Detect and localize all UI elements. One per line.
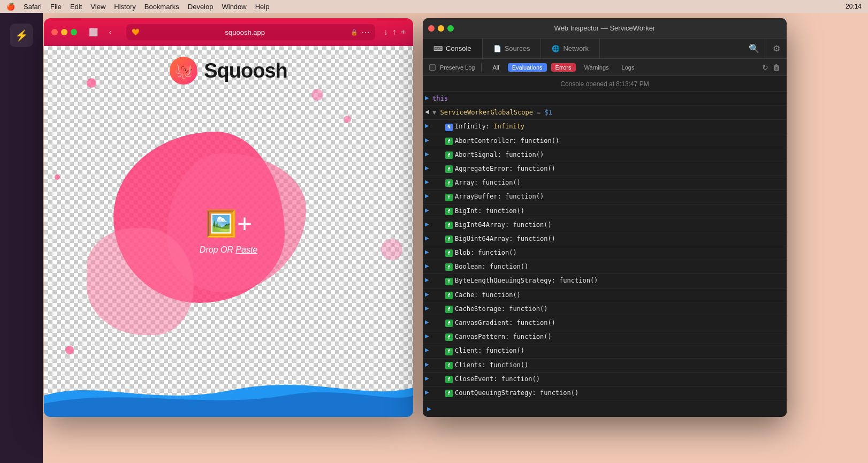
sidebar-toggle-icon[interactable]: ⬜ bbox=[86, 25, 101, 40]
menu-history[interactable]: History bbox=[114, 3, 135, 11]
console-input-field[interactable] bbox=[435, 405, 782, 413]
console-entry-prop[interactable]: ▶fBigInt: function() bbox=[423, 204, 787, 218]
filter-logs-button[interactable]: Logs bbox=[618, 63, 639, 72]
squoosh-header: 🐙 Squoosh bbox=[44, 57, 413, 85]
prop-expand-arrow[interactable]: ▶ bbox=[425, 220, 432, 227]
paste-link[interactable]: Paste bbox=[235, 245, 257, 254]
console-entry-prop[interactable]: ▶fBigInt64Array: function() bbox=[423, 218, 787, 232]
prop-expand-arrow[interactable]: ▶ bbox=[425, 164, 432, 171]
filter-all-button[interactable]: All bbox=[488, 63, 503, 72]
apple-menu[interactable]: 🍎 bbox=[6, 3, 15, 11]
prop-expand-arrow[interactable]: ▶ bbox=[425, 360, 432, 367]
inspector-settings[interactable]: ⚙ bbox=[766, 39, 787, 58]
minimize-button[interactable] bbox=[61, 29, 67, 35]
filter-warnings-button[interactable]: Warnings bbox=[580, 63, 613, 72]
console-entry-prop[interactable]: ▶fByteLengthQueuingStrategy: function() bbox=[423, 274, 787, 288]
console-entry-prop[interactable]: ▶fCanvasGradient: function() bbox=[423, 316, 787, 330]
console-tab-icon: ⌨ bbox=[433, 45, 443, 52]
filter-evaluations-button[interactable]: Evaluations bbox=[508, 63, 547, 72]
console-entry-prop[interactable]: ▶fCacheStorage: function() bbox=[423, 302, 787, 316]
tab-console[interactable]: ⌨ Console bbox=[423, 39, 483, 58]
prop-expand-arrow[interactable]: ▶ bbox=[425, 332, 432, 339]
inspector-maximize[interactable] bbox=[447, 25, 454, 32]
deco-circle-3 bbox=[311, 89, 323, 101]
squoosh-logo: 🐙 bbox=[170, 57, 197, 85]
refresh-icon[interactable]: ↻ bbox=[762, 63, 768, 72]
prop-expand-arrow[interactable]: ▶ bbox=[425, 206, 432, 213]
prop-expand-arrow[interactable]: ▶ bbox=[425, 136, 432, 143]
console-entry-prop[interactable]: ▶NInfinity: Infinity bbox=[423, 120, 787, 134]
prop-expand-arrow[interactable]: ▶ bbox=[425, 192, 432, 199]
console-entry-prop[interactable]: ▶fBlob: function() bbox=[423, 246, 787, 260]
drop-zone[interactable]: 🖼️+ Drop OR Paste bbox=[200, 209, 258, 255]
prop-expand-arrow[interactable]: ▶ bbox=[425, 374, 432, 381]
inspector-minimize[interactable] bbox=[438, 25, 444, 32]
console-output[interactable]: ▶ this ◀ ▼ ServiceWorkerGlobalScope = $1… bbox=[423, 92, 787, 400]
prop-expand-arrow[interactable]: ▶ bbox=[425, 150, 432, 157]
console-entry-prop[interactable]: ▶fAbortSignal: function() bbox=[423, 148, 787, 162]
menu-develop[interactable]: Develop bbox=[188, 3, 214, 11]
download-icon[interactable]: ↓ bbox=[384, 27, 388, 37]
back-icon[interactable]: ‹ bbox=[103, 25, 118, 40]
prop-expand-arrow[interactable]: ▶ bbox=[425, 276, 432, 283]
sidebar-icon-1[interactable]: ⚡ bbox=[10, 24, 33, 47]
console-entry-prop[interactable]: ▶fClient: function() bbox=[423, 344, 787, 358]
prop-expand-arrow[interactable]: ▶ bbox=[425, 346, 432, 353]
tab-sources[interactable]: 📄 Sources bbox=[483, 39, 542, 58]
prop-expand-arrow[interactable]: ▶ bbox=[425, 234, 432, 241]
menu-file[interactable]: File bbox=[50, 3, 62, 11]
menu-window[interactable]: Window bbox=[222, 3, 246, 11]
prop-expand-arrow[interactable]: ▶ bbox=[425, 290, 432, 297]
prop-expand-arrow[interactable]: ▶ bbox=[425, 318, 432, 325]
inspector-close[interactable] bbox=[428, 25, 435, 32]
menu-safari[interactable]: Safari bbox=[24, 3, 42, 11]
inspector-search[interactable]: 🔍 bbox=[742, 39, 766, 58]
share-icon[interactable]: ↑ bbox=[392, 27, 397, 37]
menu-bookmarks[interactable]: Bookmarks bbox=[144, 3, 179, 11]
console-entry-prop[interactable]: ▶fAggregateError: function() bbox=[423, 162, 787, 176]
console-entry-prop[interactable]: ▶fBigUint64Array: function() bbox=[423, 232, 787, 246]
squoosh-title: Squoosh bbox=[204, 59, 287, 82]
menu-edit[interactable]: Edit bbox=[70, 3, 82, 11]
console-entry-prop[interactable]: ▶fArrayBuffer: function() bbox=[423, 190, 787, 204]
console-entry-swscope[interactable]: ◀ ▼ ServiceWorkerGlobalScope = $1 bbox=[423, 106, 787, 120]
new-tab-icon[interactable]: + bbox=[401, 27, 406, 37]
prop-expand-arrow[interactable]: ▶ bbox=[425, 122, 432, 128]
prop-content: fCache: function() bbox=[432, 290, 782, 300]
lock-icon: 🔒 bbox=[351, 29, 358, 36]
collapse-arrow[interactable]: ◀ bbox=[425, 108, 432, 115]
favicon-icon: 🧡 bbox=[132, 28, 140, 36]
console-entry-prop[interactable]: ▶fBoolean: function() bbox=[423, 260, 787, 274]
prop-expand-arrow[interactable]: ▶ bbox=[425, 262, 432, 269]
console-entry-prop[interactable]: ▶fAbortController: function() bbox=[423, 134, 787, 148]
tab-network[interactable]: 🌐 Network bbox=[541, 39, 600, 58]
preserve-log-checkbox[interactable] bbox=[429, 64, 436, 71]
more-icon[interactable]: ⋯ bbox=[361, 27, 370, 37]
maximize-button[interactable] bbox=[71, 29, 77, 35]
arrow-right: ▶ bbox=[425, 94, 432, 101]
console-entry-prop[interactable]: ▶fCanvasPattern: function() bbox=[423, 330, 787, 344]
console-entry-prop[interactable]: ▶fArray: function() bbox=[423, 176, 787, 190]
prop-expand-arrow[interactable]: ▶ bbox=[425, 388, 432, 395]
console-entry-prop[interactable]: ▶fCache: function() bbox=[423, 289, 787, 302]
pink-blob-3 bbox=[87, 228, 194, 335]
property-list: ▶NInfinity: Infinity▶fAbortController: f… bbox=[423, 120, 787, 400]
filter-errors-button[interactable]: Errors bbox=[551, 63, 576, 72]
traffic-lights bbox=[51, 29, 77, 35]
filter-bar: Preserve Log All Evaluations Errors Warn… bbox=[423, 59, 787, 76]
menu-view[interactable]: View bbox=[90, 3, 105, 11]
console-entry-prop[interactable]: ▶fCountQueuingStrategy: function() bbox=[423, 386, 787, 400]
prop-expand-arrow[interactable]: ▶ bbox=[425, 248, 432, 255]
upload-icon: 🖼️+ bbox=[205, 209, 252, 239]
close-button[interactable] bbox=[51, 29, 58, 35]
url-text: squoosh.app bbox=[143, 28, 347, 36]
console-entry-prop[interactable]: ▶fClients: function() bbox=[423, 359, 787, 373]
menu-help[interactable]: Help bbox=[255, 3, 270, 11]
inspector-traffic-lights bbox=[428, 25, 454, 32]
drop-text: Drop OR Paste bbox=[200, 245, 258, 255]
url-bar[interactable]: 🧡 squoosh.app 🔒 ⋯ bbox=[126, 24, 375, 40]
prop-expand-arrow[interactable]: ▶ bbox=[425, 178, 432, 185]
prop-expand-arrow[interactable]: ▶ bbox=[425, 304, 432, 311]
console-entry-prop[interactable]: ▶fCloseEvent: function() bbox=[423, 373, 787, 386]
clear-icon[interactable]: 🗑 bbox=[773, 63, 780, 72]
